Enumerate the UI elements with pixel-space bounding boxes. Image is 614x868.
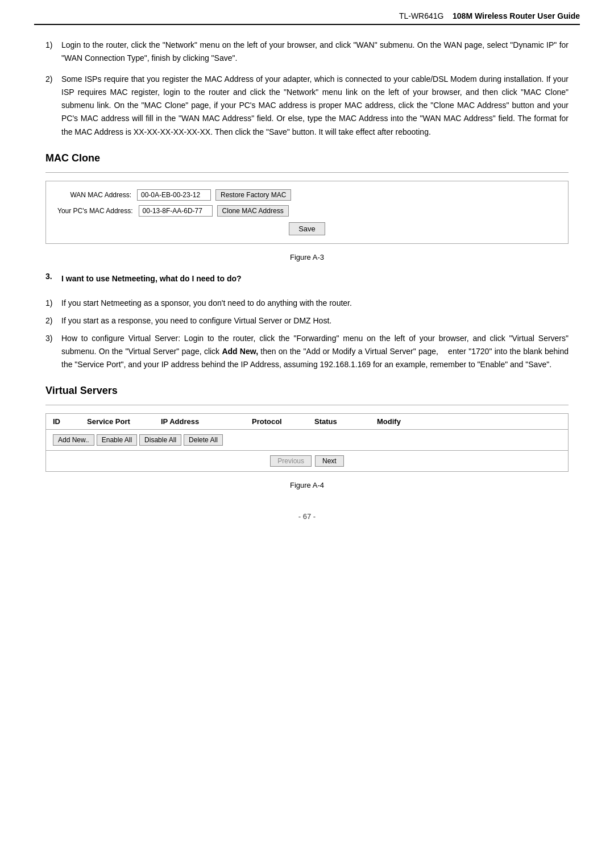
mac-clone-box: WAN MAC Address: Restore Factory MAC You… [45, 181, 569, 244]
virtual-servers-box: ID Service Port IP Address Protocol Stat… [45, 413, 569, 472]
pc-mac-input[interactable] [139, 205, 213, 217]
intro-list: 1) Login to the router, click the "Netwo… [45, 39, 569, 139]
netmeeting-num-2: 2) [45, 314, 61, 327]
enable-all-button[interactable]: Enable All [97, 434, 137, 446]
question3-row: 3. I want to use Netmeeting, what do I n… [45, 272, 569, 290]
pc-mac-row: Your PC's MAC Address: Clone MAC Address [57, 205, 557, 217]
mac-clone-title: MAC Clone [45, 152, 569, 164]
vs-nav-row: Previous Next [46, 451, 568, 471]
netmeeting-text-1: If you start Netmeeting as a sponsor, yo… [61, 297, 569, 310]
next-button[interactable]: Next [315, 455, 344, 467]
wan-mac-row: WAN MAC Address: Restore Factory MAC [57, 189, 557, 201]
intro-item-2: 2) Some ISPs require that you register t… [45, 73, 569, 138]
page-footer: - 67 - [45, 512, 569, 521]
vs-col-modify: Modify [377, 417, 561, 426]
vs-top-border [45, 405, 569, 405]
intro-item-1: 1) Login to the router, click the "Netwo… [45, 39, 569, 65]
guide-title: 108M Wireless Router User Guide [453, 11, 580, 20]
vs-header-row: ID Service Port IP Address Protocol Stat… [46, 414, 568, 430]
vs-col-status: Status [314, 417, 377, 426]
page-number: - 67 - [298, 512, 316, 521]
page-container: TL-WR641G 108M Wireless Router User Guid… [0, 0, 614, 868]
previous-button[interactable]: Previous [270, 455, 312, 467]
netmeeting-num-1: 1) [45, 297, 61, 310]
mac-save-button[interactable]: Save [289, 222, 325, 235]
mac-save-row: Save [57, 222, 557, 235]
netmeeting-num-3: 3) [45, 332, 61, 371]
clone-mac-address-button[interactable]: Clone MAC Address [217, 205, 289, 217]
vs-col-service-port: Service Port [87, 417, 161, 426]
delete-all-button[interactable]: Delete All [184, 434, 223, 446]
mac-clone-top-border [45, 172, 569, 173]
netmeeting-list: 1) If you start Netmeeting as a sponsor,… [45, 297, 569, 371]
page-header: TL-WR641G 108M Wireless Router User Guid… [34, 11, 580, 25]
intro-text-1: Login to the router, click the "Network"… [61, 39, 569, 65]
wan-mac-input[interactable] [137, 189, 211, 201]
add-new-bold: Add New, [222, 347, 258, 356]
vs-col-protocol: Protocol [252, 417, 314, 426]
intro-num-2: 2) [45, 73, 61, 138]
add-new-button[interactable]: Add New.. [53, 434, 94, 446]
intro-num-1: 1) [45, 39, 61, 65]
vs-col-id: ID [53, 417, 87, 426]
netmeeting-text-2: If you start as a response, you need to … [61, 314, 569, 327]
restore-factory-mac-button[interactable]: Restore Factory MAC [215, 189, 291, 201]
netmeeting-text-3: How to configure Virtual Server: Login t… [61, 332, 569, 371]
question3-num: 3. [45, 272, 61, 281]
question3-text: I want to use Netmeeting, what do I need… [61, 274, 242, 283]
figure-a4-label: Figure A-4 [45, 481, 569, 489]
pc-mac-label: Your PC's MAC Address: [57, 207, 139, 215]
netmeeting-item-2: 2) If you start as a response, you need … [45, 314, 569, 327]
disable-all-button[interactable]: Disable All [139, 434, 181, 446]
intro-text-2: Some ISPs require that you register the … [61, 73, 569, 138]
vs-buttons-row: Add New.. Enable All Disable All Delete … [46, 430, 568, 451]
model-name: TL-WR641G [399, 11, 444, 20]
vs-col-ip-address: IP Address [161, 417, 252, 426]
wan-mac-label: WAN MAC Address: [57, 191, 137, 199]
netmeeting-item-1: 1) If you start Netmeeting as a sponsor,… [45, 297, 569, 310]
header-title: TL-WR641G 108M Wireless Router User Guid… [399, 11, 580, 20]
figure-a3-label: Figure A-3 [45, 253, 569, 261]
main-content: 1) Login to the router, click the "Netwo… [34, 39, 580, 521]
netmeeting-item-3: 3) How to configure Virtual Server: Logi… [45, 332, 569, 371]
virtual-servers-title: Virtual Servers [45, 385, 569, 397]
